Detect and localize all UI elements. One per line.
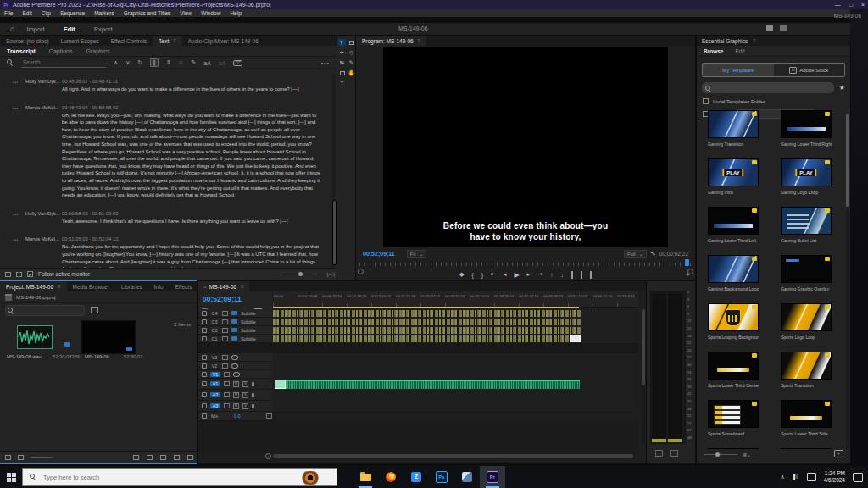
- audio-meter[interactable]: [650, 291, 686, 444]
- project-item-sequence[interactable]: [81, 320, 136, 354]
- hand-tool[interactable]: ✋: [348, 69, 355, 76]
- settings-wrench-icon[interactable]: 🔧︎: [650, 251, 656, 257]
- taskbar-firefox[interactable]: [378, 466, 403, 488]
- entry-options-icon[interactable]: •••: [13, 80, 19, 85]
- quick-export-icon[interactable]: [780, 25, 787, 31]
- button-editor-plus-icon[interactable]: +: [686, 271, 690, 279]
- track-name[interactable]: A1: [210, 381, 220, 386]
- comparison-view-button[interactable]: [581, 272, 582, 278]
- mute-button[interactable]: M: [233, 392, 239, 398]
- audio-track-lane[interactable]: [272, 379, 633, 391]
- caption-clips[interactable]: [273, 319, 581, 325]
- sync-lock-icon[interactable]: [224, 403, 230, 408]
- export-frame-button[interactable]: [571, 272, 573, 278]
- menu-sequence[interactable]: Sequence: [60, 10, 85, 16]
- split-segment-icon[interactable]: ⊘: [179, 59, 184, 66]
- local-templates-checkbox[interactable]: [703, 98, 709, 104]
- edit-pencil-icon[interactable]: ✎: [191, 59, 196, 66]
- list-view-icon[interactable]: [5, 455, 11, 460]
- program-resolution-select[interactable]: Full⌄: [624, 250, 647, 258]
- solo-button[interactable]: S: [242, 381, 248, 387]
- menu-help[interactable]: Help: [230, 10, 241, 16]
- mute-button[interactable]: M: [233, 403, 239, 409]
- mix-gain-value[interactable]: 0.0: [234, 413, 240, 419]
- autoscroll-icon[interactable]: ⇕: [166, 59, 171, 66]
- new-bin-icon[interactable]: [160, 455, 166, 460]
- lock-icon[interactable]: [202, 403, 207, 408]
- selected-caption-clip[interactable]: [570, 335, 581, 342]
- voiceover-record-icon[interactable]: [252, 393, 254, 397]
- transcript-search-input[interactable]: [21, 58, 106, 68]
- thumbnail-size-slider[interactable]: [704, 454, 737, 455]
- entry-text[interactable]: Oh, let me see. Ways you—just, um, makin…: [62, 112, 323, 199]
- template-sports-scoreboard[interactable]: Sports Scoreboard: [708, 400, 759, 448]
- menu-graphics-and-titles[interactable]: Graphics and Titles: [124, 10, 171, 16]
- template-sports-lower-third-center[interactable]: Sports Lower Third Center: [708, 352, 759, 400]
- panel-tab-project-ms-149-06[interactable]: Project: MS-149-06≡: [0, 281, 67, 291]
- pause-transcript-icon[interactable]: ∥: [150, 58, 159, 67]
- toggle-track-output-icon[interactable]: [231, 355, 238, 360]
- caption-track-header-c1[interactable]: C1Subtitle: [198, 335, 272, 343]
- timeline-ruler[interactable]: ;00;0000;04;16;0800;08;32;1600;12;48;240…: [273, 291, 638, 308]
- lock-icon[interactable]: [202, 363, 207, 369]
- template-gaming-lower-third-right[interactable]: Gaming Lower Third Right: [781, 110, 832, 158]
- mix-track-header[interactable]: Mix0.0: [198, 412, 272, 421]
- create-captions-icon[interactable]: CC: [233, 60, 242, 66]
- panel-menu-icon[interactable]: ≡: [58, 284, 61, 289]
- caption-track-header-c3[interactable]: C3Subtitle: [198, 318, 272, 326]
- volume-icon[interactable]: [793, 474, 799, 480]
- project-item-name[interactable]: MS-149-06.wav: [7, 354, 42, 359]
- menu-edit[interactable]: Edit: [22, 10, 31, 16]
- sync-lock-icon[interactable]: [224, 381, 230, 386]
- search-highlight-image[interactable]: [296, 471, 325, 485]
- panel-tab-lumetri-scopes[interactable]: Lumetri Scopes: [55, 36, 105, 46]
- lock-icon[interactable]: [202, 319, 207, 324]
- track-name[interactable]: V2: [210, 363, 219, 369]
- audio-track-lane[interactable]: [272, 401, 633, 413]
- menu-file[interactable]: File: [4, 10, 13, 16]
- lock-icon[interactable]: [202, 355, 207, 360]
- audio-track-header-a1[interactable]: A1MS: [198, 379, 272, 390]
- slip-tool[interactable]: ↹: [338, 59, 346, 66]
- timeline-zoom-handle[interactable]: [265, 453, 271, 459]
- go-to-in-button[interactable]: ⇤: [491, 271, 496, 278]
- follow-active-monitor-checkbox[interactable]: ✓: [27, 271, 33, 277]
- entry-options-icon[interactable]: •••: [13, 212, 19, 217]
- add-marker-button[interactable]: ◆: [459, 271, 464, 278]
- start-button[interactable]: [0, 466, 22, 488]
- find-icon[interactable]: [147, 455, 153, 460]
- sync-lock-icon[interactable]: [224, 392, 230, 397]
- panel-tab-text[interactable]: Text≡: [153, 36, 181, 46]
- go-to-out-button[interactable]: ⇥: [537, 271, 542, 278]
- panel-tab-effects[interactable]: Effects: [170, 281, 197, 291]
- caption-track-header-c4[interactable]: C4Subtitle: [198, 309, 272, 318]
- transcript-settings-icon[interactable]: [16, 272, 22, 277]
- mute-button[interactable]: M: [233, 381, 239, 387]
- rolling-edit-tool[interactable]: ◇: [348, 49, 355, 56]
- taskbar-photoshop[interactable]: Ps: [429, 466, 454, 488]
- entry-text[interactable]: No. Just thank you for the opportunity a…: [62, 243, 323, 269]
- type-tool[interactable]: T: [338, 80, 346, 86]
- templates-search-input[interactable]: [702, 82, 834, 93]
- workspace-tab-export[interactable]: Export: [94, 25, 113, 33]
- menu-view[interactable]: View: [180, 10, 192, 16]
- workspaces-icon[interactable]: [766, 25, 773, 31]
- sync-lock-icon[interactable]: [222, 336, 228, 341]
- taskbar-clock[interactable]: 1:24 PM 4/6/2024: [824, 470, 845, 484]
- template-gaming-logo-loop[interactable]: PLAYGaming Logo Loop: [781, 158, 832, 207]
- rectangle-tool[interactable]: [338, 69, 346, 76]
- panel-tab-effect-controls[interactable]: Effect Controls: [105, 36, 153, 46]
- template-gaming-bullet-list[interactable]: Gaming Bullet List: [781, 207, 832, 255]
- step-forward-button[interactable]: ▸: [527, 271, 531, 278]
- find-and-replace-icon[interactable]: aA: [203, 60, 211, 66]
- taskbar-zoom[interactable]: Z: [403, 466, 429, 488]
- lock-icon[interactable]: [202, 328, 207, 333]
- sync-lock-icon[interactable]: [222, 319, 228, 324]
- mark-out-button[interactable]: }: [481, 272, 483, 278]
- lift-button[interactable]: ↑: [550, 272, 554, 278]
- video-track-header-v1[interactable]: V1: [198, 370, 272, 379]
- mark-in-button[interactable]: {: [471, 272, 473, 278]
- track-name[interactable]: A3: [210, 403, 220, 408]
- my-templates-segment[interactable]: My Templates: [703, 64, 774, 76]
- panel-tab-libraries[interactable]: Libraries: [115, 281, 148, 291]
